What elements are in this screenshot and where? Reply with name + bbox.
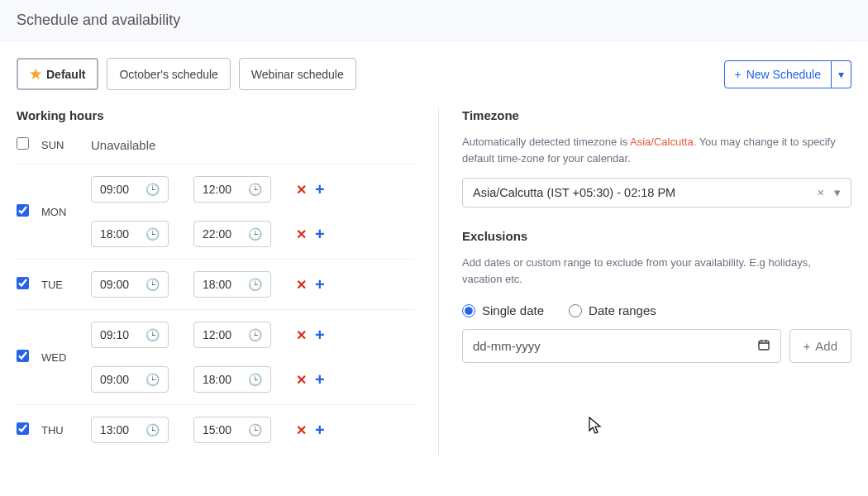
time-slot: 18:00🕒 22:00🕒 ✕+ [91, 221, 415, 247]
time-slot: 09:10🕒 12:00🕒 ✕+ [91, 322, 415, 348]
exclusion-date-row: dd-mm-yyyy + Add [462, 329, 851, 363]
clock-icon: 🕒 [248, 328, 262, 341]
working-hours-title: Working hours [17, 108, 415, 122]
remove-slot-icon[interactable]: ✕ [296, 227, 307, 242]
tz-desc-pre: Automatically detected timezone is [462, 136, 630, 148]
caret-down-icon[interactable]: ▾ [834, 186, 841, 199]
start-time-input[interactable]: 18:00🕒 [91, 221, 169, 247]
working-hours-pane: Working hours SUN Unavailable MON 09:00🕒… [17, 108, 438, 455]
star-icon: ★ [30, 66, 41, 82]
clock-icon: 🕒 [248, 227, 262, 241]
detected-timezone-link[interactable]: Asia/Calcutta [630, 136, 694, 148]
caret-down-icon: ▾ [838, 68, 844, 81]
plus-icon: + [804, 339, 811, 353]
remove-slot-icon[interactable]: ✕ [296, 372, 307, 388]
add-slot-icon[interactable]: + [315, 180, 325, 199]
remove-slot-icon[interactable]: ✕ [296, 277, 307, 293]
day-enable-tue[interactable] [17, 277, 29, 289]
exclusion-mode-row: Single date Date ranges [462, 303, 851, 317]
new-schedule-label: New Schedule [746, 68, 821, 81]
exclusion-date-input[interactable]: dd-mm-yyyy [462, 329, 781, 363]
timezone-selected-value: Asia/Calcutta (IST +05:30) - 02:18 PM [473, 186, 675, 199]
end-time-input[interactable]: 12:00🕒 [193, 176, 271, 203]
day-row-sun: SUN Unavailable [17, 134, 415, 165]
time-value: 15:00 [203, 423, 231, 436]
tab-webinar[interactable]: Webinar schedule [239, 58, 356, 90]
radio-label: Date ranges [589, 303, 656, 317]
svg-rect-0 [759, 341, 769, 350]
day-enable-sun[interactable] [17, 137, 29, 150]
add-slot-icon[interactable]: + [315, 370, 325, 389]
time-value: 09:00 [100, 373, 129, 386]
add-slot-icon[interactable]: + [315, 326, 325, 345]
timezone-exclusions-pane: Timezone Automatically detected timezone… [438, 108, 851, 455]
time-slot: 09:00🕒 12:00🕒 ✕+ [91, 176, 415, 203]
add-exclusion-button[interactable]: + Add [789, 329, 851, 363]
end-time-input[interactable]: 18:00🕒 [193, 271, 271, 298]
start-time-input[interactable]: 09:00🕒 [91, 271, 169, 298]
time-value: 09:00 [100, 183, 129, 196]
new-schedule-button[interactable]: + New Schedule [724, 60, 832, 88]
start-time-input[interactable]: 09:10🕒 [91, 322, 169, 348]
tab-default[interactable]: ★ Default [17, 58, 98, 90]
start-time-input[interactable]: 13:00🕒 [91, 417, 169, 443]
time-value: 18:00 [203, 278, 231, 291]
clock-icon: 🕒 [145, 373, 160, 386]
start-time-input[interactable]: 09:00🕒 [91, 366, 169, 393]
clock-icon: 🕒 [248, 183, 262, 196]
time-value: 22:00 [203, 227, 231, 241]
day-enable-mon[interactable] [17, 204, 29, 217]
radio-date-ranges-input[interactable] [569, 304, 582, 317]
radio-label: Single date [482, 303, 544, 317]
radio-single-date-input[interactable] [462, 304, 475, 317]
clock-icon: 🕒 [145, 328, 160, 341]
clear-icon[interactable]: × [818, 186, 824, 199]
toolbar: ★ Default October's schedule Webinar sch… [0, 41, 868, 100]
clock-icon: 🕒 [248, 373, 262, 386]
remove-slot-icon[interactable]: ✕ [296, 422, 307, 438]
page-title: Schedule and availability [0, 0, 868, 41]
day-row-thu: THU 13:00🕒 15:00🕒 ✕+ [17, 405, 415, 455]
clock-icon: 🕒 [248, 423, 262, 436]
time-value: 09:00 [100, 278, 129, 291]
timezone-select[interactable]: Asia/Calcutta (IST +05:30) - 02:18 PM × … [462, 178, 851, 207]
end-time-input[interactable]: 15:00🕒 [193, 417, 271, 443]
day-enable-wed[interactable] [17, 350, 29, 362]
radio-date-ranges[interactable]: Date ranges [569, 303, 656, 317]
time-value: 12:00 [203, 328, 231, 341]
remove-slot-icon[interactable]: ✕ [296, 327, 307, 343]
new-schedule-dropdown-toggle[interactable]: ▾ [832, 60, 851, 88]
clock-icon: 🕒 [145, 423, 160, 436]
time-value: 18:00 [100, 227, 129, 241]
time-value: 12:00 [203, 183, 231, 196]
plus-icon: + [735, 68, 742, 81]
add-slot-icon[interactable]: + [315, 421, 325, 440]
add-slot-icon[interactable]: + [315, 225, 325, 244]
time-slot: 09:00🕒 18:00🕒 ✕+ [91, 271, 415, 298]
unavailable-label: Unavailable [91, 138, 415, 152]
day-enable-thu[interactable] [17, 422, 29, 435]
add-slot-icon[interactable]: + [315, 275, 325, 294]
end-time-input[interactable]: 12:00🕒 [193, 322, 271, 348]
new-schedule-split-button: + New Schedule ▾ [724, 60, 851, 88]
tab-label: October's schedule [119, 68, 217, 81]
clock-icon: 🕒 [145, 183, 160, 196]
day-label: SUN [41, 139, 91, 151]
time-value: 13:00 [100, 423, 129, 436]
end-time-input[interactable]: 22:00🕒 [193, 221, 271, 247]
radio-single-date[interactable]: Single date [462, 303, 544, 317]
remove-slot-icon[interactable]: ✕ [296, 182, 307, 198]
start-time-input[interactable]: 09:00🕒 [91, 176, 169, 203]
calendar-icon[interactable] [757, 338, 770, 354]
day-label: THU [41, 424, 91, 436]
clock-icon: 🕒 [145, 227, 160, 241]
schedule-tabs: ★ Default October's schedule Webinar sch… [17, 58, 356, 90]
day-label: WED [41, 351, 91, 364]
end-time-input[interactable]: 18:00🕒 [193, 366, 271, 393]
time-value: 09:10 [100, 328, 129, 341]
exclusions-title: Exclusions [462, 229, 851, 243]
day-label: TUE [41, 279, 91, 291]
clock-icon: 🕒 [248, 278, 262, 291]
tab-label: Webinar schedule [251, 68, 344, 81]
tab-october[interactable]: October's schedule [107, 58, 230, 90]
